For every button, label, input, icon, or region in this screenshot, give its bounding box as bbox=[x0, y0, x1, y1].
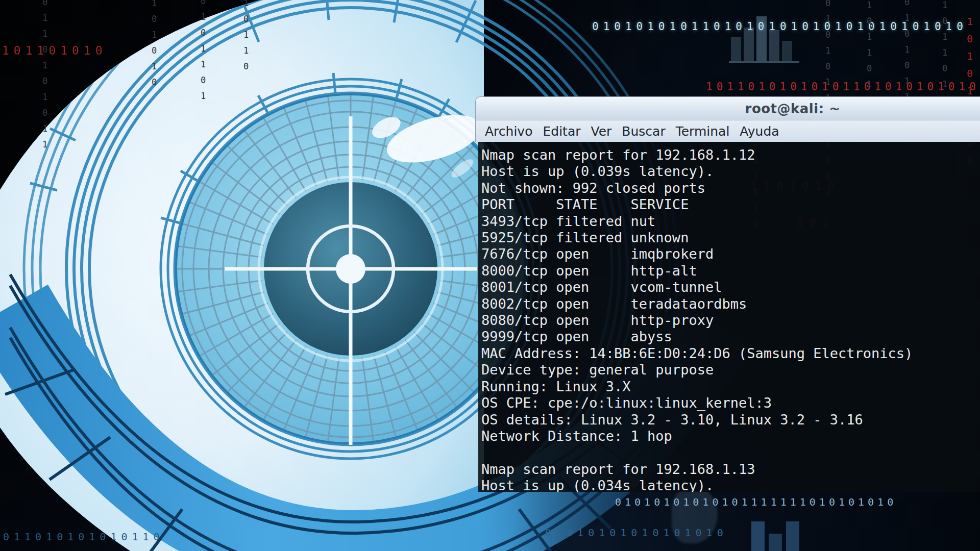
binary-row-bottom-dim: 01010101010101010 bbox=[545, 527, 728, 539]
terminal-line: Nmap scan report for 192.168.1.13 bbox=[481, 461, 980, 478]
binary-column-top-left-3: 0101101 bbox=[198, 0, 208, 107]
terminal-line: Running: Linux 3.X bbox=[481, 379, 980, 395]
terminal-window: root@kali: ~ ArchivoEditarVerBuscarTermi… bbox=[475, 96, 980, 492]
window-title: root@kali: ~ bbox=[745, 101, 841, 116]
binary-row-red-left: 101101010 bbox=[2, 44, 107, 57]
terminal-line: 8000/tcp open http-alt bbox=[481, 263, 980, 279]
terminal-line: 8002/tcp open teradataordbms bbox=[481, 296, 980, 312]
binary-column-top-left-4: 10110 bbox=[241, 0, 251, 77]
binary-row-bottom-left: 011010101010110 bbox=[3, 531, 164, 543]
binary-row-bottom-mid: 01010101010101111111010101010 bbox=[615, 496, 897, 508]
menu-bar: ArchivoEditarVerBuscarTerminalAyuda bbox=[475, 120, 980, 142]
terminal-line bbox=[481, 444, 980, 461]
terminal-line: Not shown: 992 closed ports bbox=[481, 180, 980, 196]
terminal-line: Device type: general purpose bbox=[481, 362, 980, 378]
terminal-line: 8080/tcp open http-proxy bbox=[481, 312, 980, 329]
menu-item[interactable]: Archivo bbox=[480, 124, 537, 139]
terminal-line: 8001/tcp open vcom-tunnel bbox=[481, 279, 980, 295]
signal-bars-top-right bbox=[731, 16, 797, 61]
menu-item[interactable]: Editar bbox=[537, 124, 585, 139]
terminal-line: 7676/tcp open imqbrokerd bbox=[481, 246, 980, 262]
signal-bars-bottom-right bbox=[751, 521, 813, 551]
menu-item[interactable]: Ayuda bbox=[734, 124, 784, 139]
signal-bars-baseline bbox=[729, 61, 799, 63]
terminal-line: 9999/tcp open abyss bbox=[481, 329, 980, 345]
terminal-line: Nmap scan report for 192.168.1.12 bbox=[481, 147, 980, 163]
terminal-line: Network Distance: 1 hop bbox=[481, 428, 980, 444]
desktop-background: 0101010101101010101010101010101010 10110… bbox=[0, 0, 980, 551]
terminal-output[interactable]: Nmap scan report for 192.168.1.12Host is… bbox=[478, 142, 980, 492]
menu-item[interactable]: Ver bbox=[585, 124, 617, 139]
binary-column-top-left-1: 0110101011 bbox=[40, 0, 50, 155]
binary-column-top-left-2: 101010 bbox=[149, 0, 159, 93]
binary-row-red-top: 101101010101011010101010101 bbox=[706, 81, 980, 93]
terminal-line: 3493/tcp filtered nut bbox=[481, 213, 980, 230]
terminal-line: PORT STATE SERVICE bbox=[481, 196, 980, 213]
terminal-line: OS details: Linux 3.2 - 3.10, Linux 3.2 … bbox=[481, 412, 980, 428]
terminal-line: Host is up (0.039s latency). bbox=[481, 163, 980, 180]
window-titlebar[interactable]: root@kali: ~ bbox=[475, 96, 980, 120]
terminal-line: Host is up (0.034s latency). bbox=[481, 478, 980, 492]
terminal-line: MAC Address: 14:BB:6E:D0:24:D6 (Samsung … bbox=[481, 345, 980, 362]
menu-item[interactable]: Buscar bbox=[617, 124, 670, 139]
binary-column-top-right-4: 1011010 bbox=[940, 0, 950, 111]
terminal-line: OS CPE: cpe:/o:linux:linux_kernel:3 bbox=[481, 395, 980, 411]
terminal-line: 5925/tcp filtered unknown bbox=[481, 230, 980, 246]
menu-item[interactable]: Terminal bbox=[671, 124, 735, 139]
